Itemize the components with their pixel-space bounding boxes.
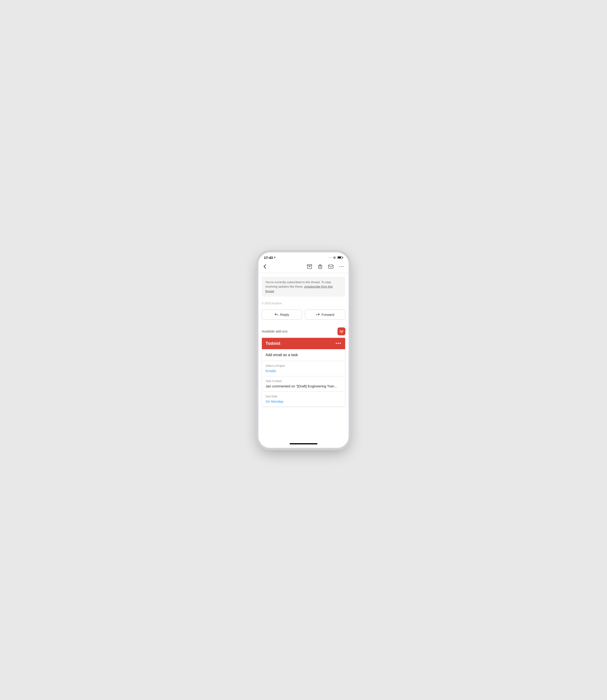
subscription-notice: You're currently subscribed to this thre… xyxy=(261,277,346,297)
forward-button[interactable]: Forward xyxy=(305,309,346,320)
svg-rect-2 xyxy=(329,265,333,268)
phone-frame: 17:43 ↗ ⊜ xyxy=(258,253,349,448)
delete-button[interactable] xyxy=(317,263,323,270)
toolbar-right xyxy=(306,263,344,270)
svg-point-3 xyxy=(340,266,340,267)
due-date-section: Due Date On Monday xyxy=(262,392,345,407)
due-date-value[interactable]: On Monday xyxy=(266,399,341,403)
task-content-label: Task Content xyxy=(266,380,341,383)
reply-label: Reply xyxy=(280,313,289,317)
status-bar: 17:43 ↗ ⊜ xyxy=(258,253,349,261)
due-date-label: Due Date xyxy=(266,395,341,398)
project-label: Select a Project xyxy=(266,364,341,367)
todoist-panel: Todoist ••• Add email as a task Select a… xyxy=(261,338,346,407)
svg-rect-0 xyxy=(307,264,312,266)
reply-button[interactable]: Reply xyxy=(261,309,302,320)
project-section: Select a Project Emails xyxy=(262,361,345,376)
copyright: © 2020 Dropbox xyxy=(258,300,349,309)
time-display: 17:43 xyxy=(264,256,273,260)
todoist-header: Todoist ••• xyxy=(262,338,345,349)
task-content-value[interactable]: Jan commented on "[Draft] Engineering Tr… xyxy=(266,384,341,388)
more-button[interactable] xyxy=(338,265,344,268)
action-buttons: Reply Forward xyxy=(258,309,349,325)
status-right: ⊜ xyxy=(329,256,343,259)
main-content: You're currently subscribed to this thre… xyxy=(258,273,349,440)
signal-dots xyxy=(329,257,332,258)
archive-button[interactable] xyxy=(306,263,313,270)
copyright-text: © 2020 Dropbox xyxy=(261,302,282,305)
task-content-section: Task Content Jan commented on "[Draft] E… xyxy=(262,376,345,392)
svg-point-4 xyxy=(341,266,342,267)
forward-label: Forward xyxy=(321,313,334,317)
add-task-label: Add email as a task xyxy=(266,353,298,357)
addons-header: Available add-ons: xyxy=(258,325,349,338)
todoist-addon-icon[interactable] xyxy=(337,327,346,335)
status-time: 17:43 ↗ xyxy=(264,256,275,260)
toolbar xyxy=(258,261,349,273)
mail-button[interactable] xyxy=(327,264,334,269)
svg-point-5 xyxy=(343,266,343,267)
project-value[interactable]: Emails xyxy=(266,369,341,373)
location-icon: ↗ xyxy=(273,256,275,259)
battery-icon xyxy=(337,256,343,259)
home-indicator xyxy=(258,440,349,448)
addons-label: Available add-ons: xyxy=(261,329,288,333)
todoist-title: Todoist xyxy=(266,341,280,346)
back-button[interactable] xyxy=(263,263,267,270)
home-bar xyxy=(290,443,317,444)
add-task-button[interactable]: Add email as a task xyxy=(262,349,345,361)
svg-rect-1 xyxy=(318,265,322,268)
todoist-more-button[interactable]: ••• xyxy=(336,341,341,346)
toolbar-left xyxy=(263,263,267,270)
wifi-icon: ⊜ xyxy=(333,256,336,259)
subscription-text-after: . xyxy=(274,289,275,293)
